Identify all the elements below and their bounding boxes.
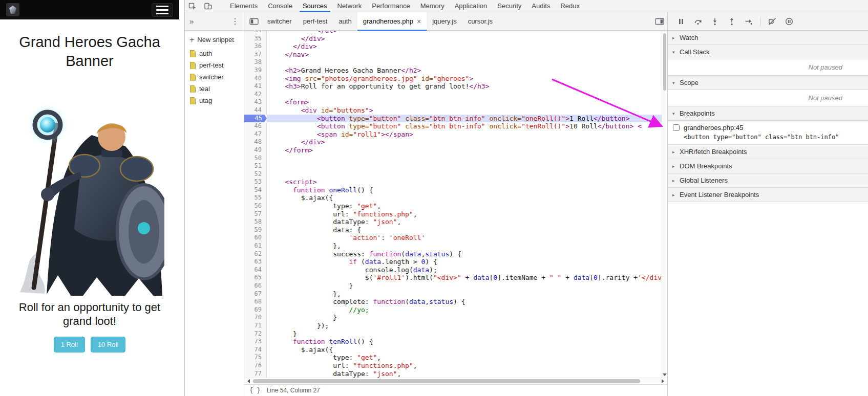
code-line-60[interactable]: 60 'action': 'oneRoll' [244,234,662,242]
step-out-icon[interactable] [724,12,739,30]
scroll-right-icon[interactable] [662,379,664,383]
line-number[interactable]: 43 [244,98,267,106]
line-number[interactable]: 74 [244,346,267,354]
code-line-46[interactable]: 46 <button type="button" class="btn btn-… [244,122,662,130]
more-tabs-icon[interactable]: » [189,17,194,26]
section-watch[interactable]: ▸Watch [668,31,868,45]
code-line-62[interactable]: 62 success: function(data,status) { [244,250,662,258]
line-number[interactable]: 63 [244,258,267,266]
code-line-65[interactable]: 65 $('#roll1').html("<div>" + data[0].it… [244,274,662,282]
file-tab-jquery-js[interactable]: jquery.js [427,12,462,30]
line-number[interactable]: 47 [244,130,267,139]
line-number[interactable]: 59 [244,226,267,234]
pause-script-icon[interactable] [673,12,689,30]
main-tab-audits[interactable]: Audits [526,0,555,12]
code-line-68[interactable]: 68 complete: function(data,status) { [244,298,662,306]
snippet-item-teal[interactable]: teal [185,83,244,95]
line-number[interactable]: 66 [244,282,267,290]
line-number[interactable]: 38 [244,58,267,67]
section-xhr-fetch-breakpoints[interactable]: ▸XHR/fetch Breakpoints [668,145,868,159]
code-line-55[interactable]: 55 $.ajax({ [244,194,662,202]
code-line-59[interactable]: 59 data: { [244,226,662,234]
line-number[interactable]: 68 [244,298,267,306]
horizontal-scrollbar-track[interactable] [252,378,660,384]
code-line-74[interactable]: 74 $.ajax({ [244,346,662,354]
code-line-61[interactable]: 61 }, [244,242,662,250]
line-number[interactable]: 58 [244,218,267,226]
line-number[interactable]: 54 [244,186,267,194]
code-line-66[interactable]: 66 } [244,282,662,290]
code-viewport[interactable]: 34 </ul>35 </div>36 </div>37 </nav>3839 … [244,31,662,378]
code-line-47[interactable]: 47 <span id="roll1"></span> [244,130,662,139]
line-number[interactable]: 45 [244,115,267,123]
section-global-listeners[interactable]: ▸Global Listeners [668,173,868,188]
line-number[interactable]: 61 [244,242,267,250]
horizontal-scrollbar[interactable] [244,378,667,384]
code-line-51[interactable]: 51 [244,162,662,170]
line-number[interactable]: 39 [244,67,267,75]
section-breakpoints[interactable]: ▾Breakpoints [668,106,868,121]
line-number[interactable]: 52 [244,170,267,179]
horizontal-scrollbar-thumb[interactable] [253,379,640,383]
main-tab-application[interactable]: Application [450,0,493,12]
main-tab-console[interactable]: Console [263,0,298,12]
line-number[interactable]: 72 [244,330,267,338]
line-number[interactable]: 55 [244,194,267,202]
code-line-58[interactable]: 58 dataType: "json", [244,218,662,226]
scroll-down-icon[interactable] [663,373,667,376]
step-icon[interactable] [740,12,756,30]
code-line-64[interactable]: 64 console.log(data); [244,266,662,274]
section-scope[interactable]: ▾Scope [668,76,868,90]
site-logo[interactable] [6,3,19,16]
file-tab-perf-test[interactable]: perf-test [298,12,333,30]
line-number[interactable]: 34 [244,31,267,35]
main-tab-elements[interactable]: Elements [225,0,263,12]
line-number[interactable]: 35 [244,35,267,43]
more-options-icon[interactable]: ⋮ [231,16,239,26]
code-line-52[interactable]: 52 [244,170,662,179]
main-tab-performance[interactable]: Performance [367,0,415,12]
code-line-73[interactable]: 73 function tenRoll() { [244,338,662,346]
line-number[interactable]: 69 [244,306,267,314]
snippet-item-auth[interactable]: auth [185,48,244,59]
code-line-63[interactable]: 63 if (data.length > 0) { [244,258,662,266]
code-line-41[interactable]: 41 <h3>Roll for an opportunity to get gr… [244,82,662,91]
pretty-print-icon[interactable]: { } [249,387,261,394]
line-number[interactable]: 42 [244,91,267,99]
code-line-56[interactable]: 56 type: "get", [244,202,662,210]
line-number[interactable]: 46 [244,122,267,130]
line-number[interactable]: 64 [244,266,267,274]
code-line-77[interactable]: 77 dataType: "json", [244,370,662,378]
new-snippet-button[interactable]: + New snippet [185,31,244,48]
code-line-76[interactable]: 76 url: "functions.php", [244,362,662,370]
line-number[interactable]: 50 [244,155,267,163]
section-call-stack[interactable]: ▾Call Stack [668,45,868,59]
main-tab-security[interactable]: Security [492,0,526,12]
line-number[interactable]: 70 [244,314,267,322]
file-tab-grandheroes-php[interactable]: grandheroes.php× [357,12,427,30]
tab-close-icon[interactable]: × [417,18,421,25]
code-line-48[interactable]: 48 </div> [244,138,662,146]
code-line-75[interactable]: 75 type: "get", [244,354,662,362]
step-into-icon[interactable] [707,12,723,30]
code-line-36[interactable]: 36 </div> [244,42,662,51]
vertical-scrollbar[interactable] [662,31,667,378]
section-dom-breakpoints[interactable]: ▸DOM Breakpoints [668,159,868,173]
code-line-44[interactable]: 44 <div id="buttons"> [244,106,662,115]
snippet-item-perf-test[interactable]: perf-test [185,59,244,71]
code-line-50[interactable]: 50 [244,155,662,163]
line-number[interactable]: 44 [244,106,267,115]
file-tab-cursor-js[interactable]: cursor.js [462,12,498,30]
code-line-45[interactable]: 45 <button type="button" class="btn btn-… [244,115,662,123]
deactivate-breakpoints-icon[interactable] [764,12,780,30]
line-number[interactable]: 60 [244,234,267,242]
section-event-listener-breakpoints[interactable]: ▸Event Listener Breakpoints [668,188,868,202]
line-number[interactable]: 51 [244,162,267,170]
vertical-scrollbar-thumb[interactable] [663,33,666,91]
code-line-71[interactable]: 71 }); [244,322,662,330]
line-number[interactable]: 57 [244,210,267,218]
code-line-39[interactable]: 39 <h2>Grand Heroes Gacha Banner</h2> [244,67,662,75]
toggle-debugger-sidebar-icon[interactable] [652,12,667,30]
line-number[interactable]: 53 [244,178,267,186]
code-line-34[interactable]: 34 </ul> [244,31,662,35]
